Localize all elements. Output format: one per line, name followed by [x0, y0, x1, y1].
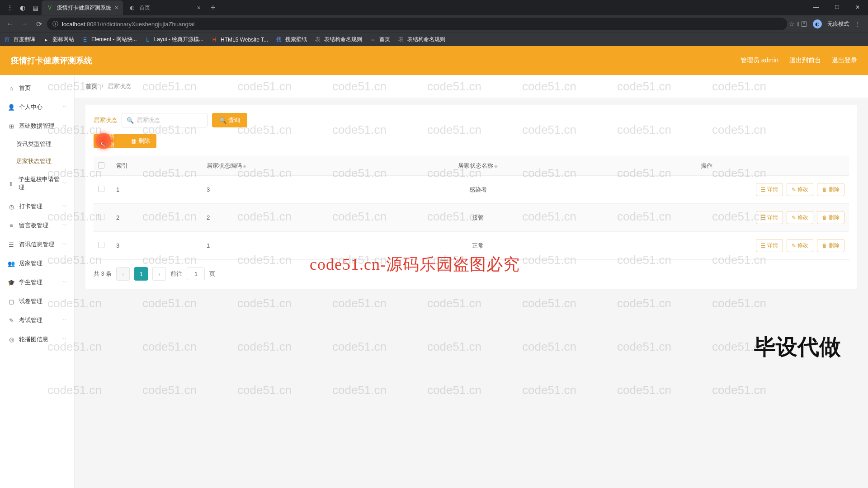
bookmark-item[interactable]: LLayui - 经典开源模... [144, 36, 203, 43]
sidebar-item-basedata[interactable]: ⊞基础数据管理﹀ [0, 117, 74, 136]
sidebar-item-return[interactable]: ⫿学生返校申请管理﹀ [0, 170, 74, 197]
sidebar-item-home[interactable]: ⌂首页 [0, 79, 74, 98]
window-maximize-button[interactable]: ☐ [826, 0, 847, 14]
detail-button[interactable]: ☰ 详情 [756, 183, 783, 196]
edit-button[interactable]: ✎ 修改 [787, 211, 813, 224]
sidebar-item-checkin[interactable]: ◷打卡管理﹀ [0, 197, 74, 216]
search-button[interactable]: 🔍 查询 [212, 113, 247, 127]
password-key-icon[interactable]: ⚿ [801, 20, 807, 28]
detail-button[interactable]: ☰ 详情 [756, 239, 783, 252]
back-button[interactable]: ← [4, 18, 16, 30]
col-name[interactable]: 居家状态名称◆ [392, 156, 564, 176]
watermark-text: code51.cn [427, 340, 481, 354]
app-icon: ▦ [29, 2, 42, 13]
row-checkbox[interactable] [98, 242, 104, 248]
url-input[interactable]: ⓘ localhost:8081/#/dictionaryXueshengjuj… [47, 18, 787, 30]
breadcrumb: 首页 / 居家状态 [75, 75, 868, 98]
sort-icon[interactable]: ◆ [494, 164, 498, 169]
chevron-down-icon: ﹀ [62, 203, 67, 210]
cell-index: 2 [112, 204, 202, 232]
watermark-text: code51.cn [142, 340, 197, 354]
sidebar-item-student[interactable]: 🎓学生管理﹀ [0, 273, 74, 292]
cell-code: 1 [202, 232, 392, 260]
bookmark-item[interactable]: HHTML5 Website T... [211, 36, 268, 43]
detail-button[interactable]: ☰ 详情 [756, 211, 783, 224]
system-menu-icon[interactable]: ⋮ [4, 2, 16, 13]
goto-page-input[interactable] [187, 267, 205, 280]
bookmark-item[interactable]: EElement - 网站快... [81, 36, 137, 43]
bookmark-item[interactable]: 搜搜索壁纸 [275, 36, 307, 43]
watermark-text: code51.cn [332, 296, 387, 310]
next-page-button[interactable]: › [152, 267, 166, 281]
window-minimize-button[interactable]: — [806, 0, 826, 14]
breadcrumb-home[interactable]: 首页 [85, 83, 97, 89]
sidebar-item-news[interactable]: ☰资讯信息管理﹀ [0, 235, 74, 254]
delete-button[interactable]: 🗑 删除 [124, 134, 156, 148]
bookmark-favicon-icon: H [211, 36, 218, 43]
select-all-checkbox[interactable] [98, 162, 104, 169]
cell-index: 1 [112, 176, 202, 204]
sidebar-subitem-newstype[interactable]: 资讯类型管理 [16, 136, 74, 153]
app-header: 疫情打卡健康评测系统 管理员 admin 退出到前台 退出登录 [0, 46, 868, 75]
window-close-button[interactable]: ✕ [847, 0, 868, 14]
user-label[interactable]: 管理员 admin [741, 56, 778, 65]
reload-button[interactable]: ⟳ [33, 18, 45, 30]
bookmark-item[interactable]: 表表结构命名规则 [314, 36, 362, 43]
tab-title: 首页 [139, 4, 150, 12]
bookmark-item[interactable]: 表表结构命名规则 [397, 36, 445, 43]
bookmark-item[interactable]: ○首页 [369, 36, 390, 43]
sidebar-item-carousel[interactable]: ◎轮播图信息﹀ [0, 330, 74, 349]
col-code[interactable]: 居家状态编码◆ [202, 156, 392, 176]
forward-button[interactable]: → [18, 18, 31, 30]
sort-icon[interactable]: ◆ [243, 164, 246, 169]
filter-input[interactable]: 🔍 居家状态 [122, 113, 208, 127]
bookmark-star-icon[interactable]: ☆ [789, 20, 795, 28]
browser-menu-icon[interactable]: ⋮ [854, 20, 861, 28]
row-delete-button[interactable]: 🗑 删除 [817, 211, 844, 224]
browser-tab-active[interactable]: V 疫情打卡健康评测系统 × [42, 0, 123, 15]
watermark-text: code51.cn [617, 383, 671, 397]
tab-close-icon[interactable]: × [197, 4, 201, 11]
edit-button[interactable]: ✎ 修改 [787, 183, 813, 196]
prev-page-button[interactable]: ‹ [116, 267, 130, 281]
watermark-text: code51.cn [142, 383, 197, 397]
logout-front-link[interactable]: 退出到前台 [789, 56, 821, 65]
user-icon: 👤 [7, 104, 15, 111]
incognito-badge-icon[interactable]: ◐ [813, 19, 822, 28]
tab-favicon-icon: ◐ [128, 4, 136, 11]
tab-close-icon[interactable]: × [115, 4, 118, 11]
new-tab-button[interactable]: + [206, 3, 220, 13]
bookmark-item[interactable]: ▸图标网站 [42, 36, 74, 43]
row-delete-button[interactable]: 🗑 删除 [817, 239, 844, 252]
col-index[interactable]: 索引 [112, 156, 202, 176]
sidebar-item-home-mgmt[interactable]: 👥居家管理﹀ [0, 254, 74, 273]
breadcrumb-current: 居家状态 [108, 83, 131, 89]
tab-title: 疫情打卡健康评测系统 [57, 4, 111, 12]
sidebar-item-profile[interactable]: 👤个人中心﹀ [0, 98, 74, 117]
row-delete-button[interactable]: 🗑 删除 [817, 183, 844, 196]
filter-label: 居家状态 [94, 116, 117, 124]
browser-tab-inactive[interactable]: ◐ 首页 × [124, 0, 205, 15]
watermark-text: code51.cn [712, 383, 766, 397]
trash-icon: 🗑 [822, 215, 827, 221]
row-checkbox[interactable] [98, 186, 104, 192]
site-info-icon[interactable]: ⓘ [52, 20, 58, 28]
sidebar-item-message[interactable]: ≡留言板管理﹀ [0, 216, 74, 235]
clock-icon: ◷ [7, 203, 15, 210]
sidebar-item-paper[interactable]: ▢试卷管理﹀ [0, 292, 74, 311]
sidebar-item-exam[interactable]: ✎考试管理﹀ [0, 311, 74, 330]
row-checkbox[interactable] [98, 214, 104, 220]
edit-button[interactable]: ✎ 修改 [787, 239, 813, 252]
watermark-text: code51.cn [427, 383, 481, 397]
address-bar: ← → ⟳ ⓘ localhost:8081/#/dictionaryXuesh… [0, 15, 868, 33]
bookmark-item[interactable]: 百百度翻译 [4, 36, 35, 43]
watermark-text: code51.cn [427, 296, 481, 310]
watermark-text: code51.cn [237, 340, 292, 354]
logout-link[interactable]: 退出登录 [832, 56, 857, 65]
page-number-button[interactable]: 1 [134, 267, 148, 281]
table-row: 31正常☰ 详情✎ 修改🗑 删除 [94, 232, 849, 260]
action-row: + 新增 ↖ 🗑 删除 [94, 134, 849, 148]
sidebar-subitem-homestatus[interactable]: 居家状态管理 [16, 153, 74, 170]
data-table: 索引 居家状态编码◆ 居家状态名称◆ 操作 13感染者☰ 详情✎ 修改🗑 删除2… [94, 156, 849, 260]
extensions-icon[interactable]: ⫴ [797, 20, 799, 28]
